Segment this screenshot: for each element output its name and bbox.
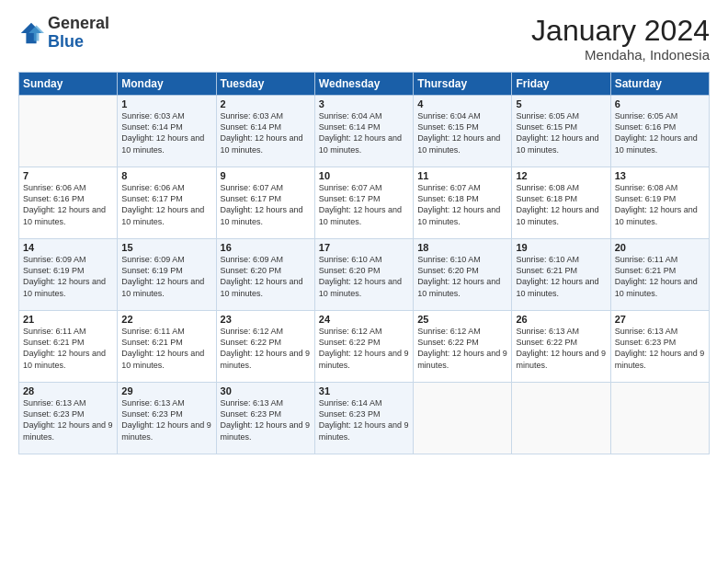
day-info: Sunrise: 6:08 AM Sunset: 6:19 PM Dayligh… — [615, 182, 705, 227]
day-info: Sunrise: 6:11 AM Sunset: 6:21 PM Dayligh… — [615, 254, 705, 299]
col-sunday: Sunday — [19, 73, 118, 96]
table-row: 23Sunrise: 6:12 AM Sunset: 6:22 PM Dayli… — [216, 311, 314, 383]
table-row: 2Sunrise: 6:03 AM Sunset: 6:14 PM Daylig… — [216, 96, 314, 167]
day-number: 11 — [417, 170, 507, 181]
table-row: 31Sunrise: 6:14 AM Sunset: 6:23 PM Dayli… — [314, 383, 413, 454]
col-thursday: Thursday — [414, 73, 512, 96]
logo: General Blue — [18, 15, 109, 52]
logo-general: General — [48, 14, 109, 32]
header-row: Sunday Monday Tuesday Wednesday Thursday… — [19, 73, 710, 96]
table-row — [19, 96, 118, 167]
day-info: Sunrise: 6:05 AM Sunset: 6:15 PM Dayligh… — [516, 110, 606, 155]
day-number: 15 — [121, 242, 211, 253]
table-row — [512, 383, 610, 454]
day-number: 1 — [121, 98, 211, 109]
day-number: 7 — [23, 170, 113, 181]
day-number: 28 — [23, 385, 113, 396]
day-info: Sunrise: 6:10 AM Sunset: 6:20 PM Dayligh… — [319, 254, 409, 299]
day-info: Sunrise: 6:03 AM Sunset: 6:14 PM Dayligh… — [221, 110, 311, 155]
table-row — [414, 383, 512, 454]
table-row: 26Sunrise: 6:13 AM Sunset: 6:22 PM Dayli… — [512, 311, 610, 383]
day-number: 5 — [516, 98, 606, 109]
table-row: 20Sunrise: 6:11 AM Sunset: 6:21 PM Dayli… — [610, 239, 709, 311]
day-number: 14 — [23, 242, 113, 253]
day-info: Sunrise: 6:10 AM Sunset: 6:20 PM Dayligh… — [417, 254, 507, 299]
col-wednesday: Wednesday — [314, 73, 413, 96]
day-number: 13 — [615, 170, 705, 181]
logo-text: General Blue — [48, 15, 109, 52]
day-info: Sunrise: 6:09 AM Sunset: 6:19 PM Dayligh… — [23, 254, 113, 299]
day-number: 21 — [23, 314, 113, 325]
table-row: 13Sunrise: 6:08 AM Sunset: 6:19 PM Dayli… — [610, 167, 709, 239]
table-row: 30Sunrise: 6:13 AM Sunset: 6:23 PM Dayli… — [216, 383, 314, 454]
col-saturday: Saturday — [610, 73, 709, 96]
calendar-row: 7Sunrise: 6:06 AM Sunset: 6:16 PM Daylig… — [19, 167, 710, 239]
day-number: 27 — [615, 314, 705, 325]
day-info: Sunrise: 6:06 AM Sunset: 6:16 PM Dayligh… — [23, 182, 113, 227]
day-info: Sunrise: 6:13 AM Sunset: 6:23 PM Dayligh… — [23, 397, 113, 442]
day-number: 23 — [221, 314, 311, 325]
table-row: 11Sunrise: 6:07 AM Sunset: 6:18 PM Dayli… — [414, 167, 512, 239]
table-row: 3Sunrise: 6:04 AM Sunset: 6:14 PM Daylig… — [314, 96, 413, 167]
table-row: 19Sunrise: 6:10 AM Sunset: 6:21 PM Dayli… — [512, 239, 610, 311]
table-row: 18Sunrise: 6:10 AM Sunset: 6:20 PM Dayli… — [414, 239, 512, 311]
table-row: 28Sunrise: 6:13 AM Sunset: 6:23 PM Dayli… — [19, 383, 118, 454]
day-info: Sunrise: 6:07 AM Sunset: 6:18 PM Dayligh… — [417, 182, 507, 227]
table-row: 4Sunrise: 6:04 AM Sunset: 6:15 PM Daylig… — [414, 96, 512, 167]
table-row: 8Sunrise: 6:06 AM Sunset: 6:17 PM Daylig… — [118, 167, 216, 239]
day-info: Sunrise: 6:11 AM Sunset: 6:21 PM Dayligh… — [23, 326, 113, 371]
day-number: 8 — [121, 170, 211, 181]
table-row: 27Sunrise: 6:13 AM Sunset: 6:23 PM Dayli… — [610, 311, 709, 383]
day-number: 30 — [221, 385, 311, 396]
day-info: Sunrise: 6:03 AM Sunset: 6:14 PM Dayligh… — [121, 110, 211, 155]
table-row: 21Sunrise: 6:11 AM Sunset: 6:21 PM Dayli… — [19, 311, 118, 383]
day-number: 31 — [319, 385, 409, 396]
calendar-row: 21Sunrise: 6:11 AM Sunset: 6:21 PM Dayli… — [19, 311, 710, 383]
day-info: Sunrise: 6:13 AM Sunset: 6:22 PM Dayligh… — [516, 326, 606, 371]
col-tuesday: Tuesday — [216, 73, 314, 96]
day-info: Sunrise: 6:12 AM Sunset: 6:22 PM Dayligh… — [417, 326, 507, 371]
day-number: 16 — [221, 242, 311, 253]
calendar-row: 28Sunrise: 6:13 AM Sunset: 6:23 PM Dayli… — [19, 383, 710, 454]
day-number: 29 — [121, 385, 211, 396]
day-number: 26 — [516, 314, 606, 325]
table-row: 29Sunrise: 6:13 AM Sunset: 6:23 PM Dayli… — [118, 383, 216, 454]
day-number: 2 — [221, 98, 311, 109]
table-row: 22Sunrise: 6:11 AM Sunset: 6:21 PM Dayli… — [118, 311, 216, 383]
day-number: 20 — [615, 242, 705, 253]
table-row: 25Sunrise: 6:12 AM Sunset: 6:22 PM Dayli… — [414, 311, 512, 383]
col-monday: Monday — [118, 73, 216, 96]
calendar-row: 14Sunrise: 6:09 AM Sunset: 6:19 PM Dayli… — [19, 239, 710, 311]
table-row: 10Sunrise: 6:07 AM Sunset: 6:17 PM Dayli… — [314, 167, 413, 239]
day-number: 18 — [417, 242, 507, 253]
day-number: 4 — [417, 98, 507, 109]
table-row: 1Sunrise: 6:03 AM Sunset: 6:14 PM Daylig… — [118, 96, 216, 167]
header: General Blue January 2024 Mendaha, Indon… — [18, 15, 710, 63]
location-subtitle: Mendaha, Indonesia — [531, 47, 710, 63]
day-number: 3 — [319, 98, 409, 109]
day-info: Sunrise: 6:04 AM Sunset: 6:14 PM Dayligh… — [319, 110, 409, 155]
day-number: 19 — [516, 242, 606, 253]
day-info: Sunrise: 6:11 AM Sunset: 6:21 PM Dayligh… — [121, 326, 211, 371]
table-row: 17Sunrise: 6:10 AM Sunset: 6:20 PM Dayli… — [314, 239, 413, 311]
day-number: 25 — [417, 314, 507, 325]
table-row: 6Sunrise: 6:05 AM Sunset: 6:16 PM Daylig… — [610, 96, 709, 167]
day-info: Sunrise: 6:07 AM Sunset: 6:17 PM Dayligh… — [319, 182, 409, 227]
calendar-row: 1Sunrise: 6:03 AM Sunset: 6:14 PM Daylig… — [19, 96, 710, 167]
day-info: Sunrise: 6:12 AM Sunset: 6:22 PM Dayligh… — [319, 326, 409, 371]
day-info: Sunrise: 6:07 AM Sunset: 6:17 PM Dayligh… — [221, 182, 311, 227]
page: General Blue January 2024 Mendaha, Indon… — [0, 0, 728, 465]
calendar-table: Sunday Monday Tuesday Wednesday Thursday… — [18, 72, 710, 454]
day-number: 9 — [221, 170, 311, 181]
day-info: Sunrise: 6:06 AM Sunset: 6:17 PM Dayligh… — [121, 182, 211, 227]
table-row: 12Sunrise: 6:08 AM Sunset: 6:18 PM Dayli… — [512, 167, 610, 239]
table-row: 5Sunrise: 6:05 AM Sunset: 6:15 PM Daylig… — [512, 96, 610, 167]
table-row: 9Sunrise: 6:07 AM Sunset: 6:17 PM Daylig… — [216, 167, 314, 239]
table-row: 24Sunrise: 6:12 AM Sunset: 6:22 PM Dayli… — [314, 311, 413, 383]
day-info: Sunrise: 6:10 AM Sunset: 6:21 PM Dayligh… — [516, 254, 606, 299]
month-title: January 2024 — [531, 15, 710, 47]
table-row: 7Sunrise: 6:06 AM Sunset: 6:16 PM Daylig… — [19, 167, 118, 239]
day-info: Sunrise: 6:13 AM Sunset: 6:23 PM Dayligh… — [121, 397, 211, 442]
title-block: January 2024 Mendaha, Indonesia — [531, 15, 710, 63]
day-info: Sunrise: 6:05 AM Sunset: 6:16 PM Dayligh… — [615, 110, 705, 155]
